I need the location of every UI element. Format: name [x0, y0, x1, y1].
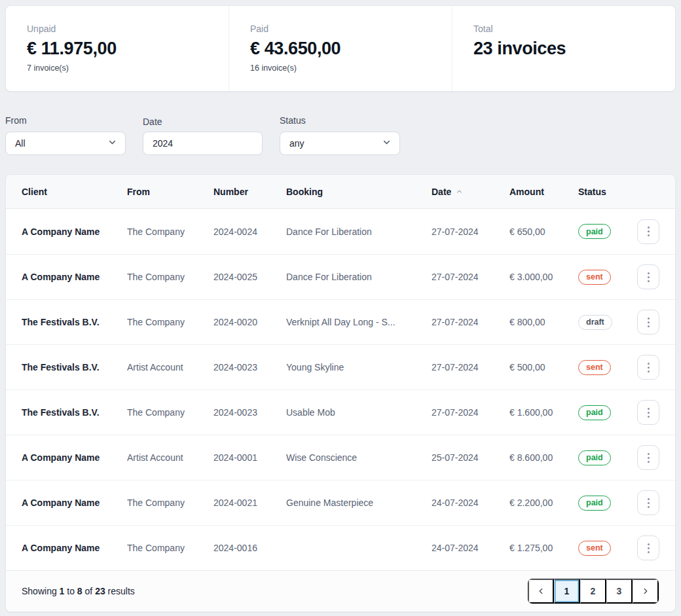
from-select[interactable]: All: [5, 132, 126, 155]
cell-client: The Festivals B.V.: [22, 362, 127, 372]
cell-status: paid: [578, 450, 636, 465]
cell-from: The Company: [127, 317, 213, 327]
cell-date: 27-07-2024: [432, 362, 509, 372]
cell-booking: Genuine Masterpiece: [286, 498, 432, 508]
cell-from: The Company: [127, 407, 213, 418]
cell-status: paid: [578, 224, 636, 239]
row-actions-button[interactable]: [637, 400, 659, 425]
cell-number: 2024-0001: [213, 452, 286, 463]
cell-date: 27-07-2024: [432, 226, 509, 237]
cell-amount: € 8.600,00: [509, 452, 578, 463]
cell-client: The Festivals B.V.: [22, 317, 127, 327]
column-header-date[interactable]: Date: [432, 187, 509, 197]
column-header-client[interactable]: Client: [22, 187, 127, 197]
row-actions-button[interactable]: [637, 490, 659, 515]
cell-status: paid: [578, 405, 636, 420]
cell-client: A Company Name: [22, 226, 127, 237]
status-select[interactable]: any: [280, 132, 400, 155]
table-body: A Company Name The Company 2024-0024 Dan…: [6, 209, 675, 570]
status-badge: paid: [578, 450, 611, 465]
cell-actions: [636, 219, 659, 244]
row-actions-button[interactable]: [637, 445, 659, 470]
cell-client: A Company Name: [22, 452, 127, 463]
table-row: A Company Name Artist Account 2024-0001 …: [6, 435, 675, 480]
table-row: A Company Name The Company 2024-0024 Dan…: [6, 209, 675, 254]
kebab-menu-icon: [648, 453, 650, 455]
row-actions-button[interactable]: [637, 219, 659, 244]
column-header-number[interactable]: Number: [213, 187, 286, 197]
kebab-menu-icon: [648, 363, 650, 365]
cell-actions: [636, 264, 659, 289]
status-badge: paid: [578, 496, 611, 511]
cell-from: The Company: [127, 543, 213, 553]
next-page-button[interactable]: [633, 579, 659, 604]
filter-status: Status any: [280, 115, 400, 155]
cell-status: sent: [578, 541, 636, 556]
column-header-status[interactable]: Status: [578, 187, 636, 197]
page-button-1[interactable]: 1: [554, 579, 580, 604]
invoices-table: Client From Number Booking Date Amount S…: [5, 174, 676, 612]
cell-amount: € 3.000,00: [509, 272, 578, 282]
cell-client: A Company Name: [22, 543, 127, 553]
previous-page-button[interactable]: [528, 579, 554, 604]
status-badge: sent: [578, 270, 611, 285]
row-actions-button[interactable]: [637, 535, 659, 560]
summary-card: Unpaid € 11.975,00 7 invoice(s) Paid € 4…: [5, 5, 676, 92]
summary-paid-count: 16 invoice(s): [250, 63, 431, 73]
filter-from-label: From: [5, 115, 126, 128]
status-select-value: any: [289, 138, 304, 149]
column-header-date-label: Date: [432, 187, 451, 197]
cell-from: The Company: [127, 226, 213, 237]
cell-amount: € 800,00: [509, 317, 578, 327]
row-actions-button[interactable]: [637, 310, 659, 335]
summary-paid-label: Paid: [250, 24, 431, 34]
cell-number: 2024-0024: [213, 226, 286, 237]
date-input-wrap: [143, 132, 263, 155]
cell-number: 2024-0020: [213, 317, 286, 327]
row-actions-button[interactable]: [637, 355, 659, 380]
cell-date: 27-07-2024: [432, 317, 509, 327]
cell-amount: € 2.200,00: [509, 498, 578, 508]
summary-paid-value: € 43.650,00: [250, 39, 431, 59]
kebab-menu-icon: [648, 543, 650, 545]
kebab-menu-icon: [648, 317, 650, 319]
summary-total-value: 23 invoices: [473, 39, 654, 59]
date-input[interactable]: [153, 132, 254, 154]
table-header: Client From Number Booking Date Amount S…: [6, 175, 675, 209]
cell-actions: [636, 445, 659, 470]
cell-amount: € 1.600,00: [509, 407, 578, 418]
summary-total: Total 23 invoices: [452, 6, 675, 91]
page-button-2[interactable]: 2: [580, 579, 606, 604]
cell-booking: Wise Conscience: [286, 452, 432, 463]
cell-status: draft: [578, 315, 636, 330]
cell-booking: Verknipt All Day Long - S...: [286, 317, 432, 327]
summary-paid: Paid € 43.650,00 16 invoice(s): [229, 6, 452, 91]
status-badge: paid: [578, 405, 611, 420]
filter-status-label: Status: [280, 115, 400, 128]
kebab-menu-icon: [648, 498, 650, 500]
table-row: A Company Name The Company 2024-0025 Dan…: [6, 254, 675, 299]
chevron-left-icon: [536, 587, 545, 596]
status-badge: sent: [578, 541, 611, 556]
chevron-down-icon: [107, 137, 117, 149]
status-badge: draft: [578, 315, 612, 330]
column-header-amount[interactable]: Amount: [509, 187, 578, 197]
cell-number: 2024-0023: [213, 362, 286, 372]
summary-unpaid-count: 7 invoice(s): [27, 63, 208, 73]
cell-number: 2024-0023: [213, 407, 286, 418]
cell-from: The Company: [127, 272, 213, 282]
table-row: The Festivals B.V. The Company 2024-0023…: [6, 390, 675, 435]
cell-actions: [636, 310, 659, 335]
status-badge: paid: [578, 224, 611, 239]
column-header-booking[interactable]: Booking: [286, 187, 432, 197]
cell-actions: [636, 490, 659, 515]
page-button-3[interactable]: 3: [606, 579, 633, 604]
column-header-from[interactable]: From: [127, 187, 213, 197]
cell-number: 2024-0016: [213, 543, 286, 553]
cell-actions: [636, 355, 659, 380]
invoices-page: Unpaid € 11.975,00 7 invoice(s) Paid € 4…: [0, 0, 681, 616]
cell-status: paid: [578, 496, 636, 511]
cell-actions: [636, 400, 659, 425]
row-actions-button[interactable]: [637, 264, 659, 289]
cell-date: 27-07-2024: [432, 272, 509, 282]
